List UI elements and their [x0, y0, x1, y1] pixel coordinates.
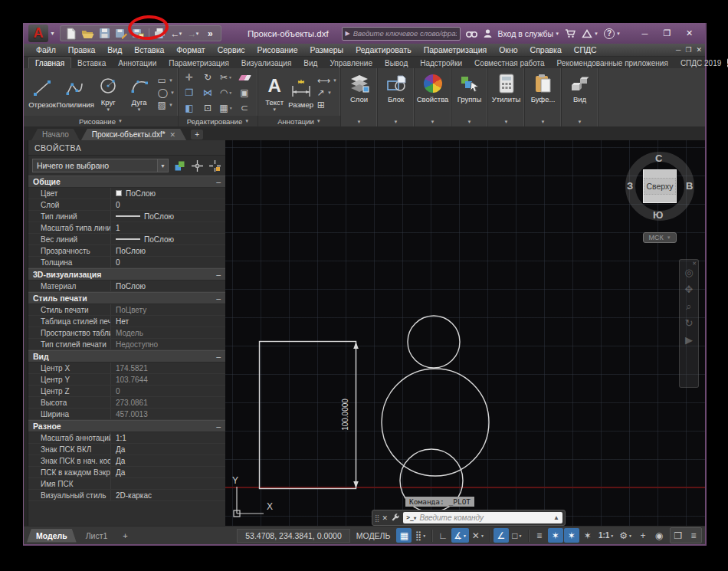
ribbon-tab-2[interactable]: Аннотации	[112, 58, 162, 68]
pickadd-toggle-icon[interactable]	[172, 159, 186, 172]
section-header-4[interactable]: Разное–	[28, 420, 225, 432]
nav-zoom-icon[interactable]: ⌕	[686, 301, 691, 311]
viewcube-east[interactable]: В	[686, 180, 693, 192]
move-icon[interactable]: ✛	[185, 72, 193, 83]
leader-icon[interactable]: ↗▼	[317, 87, 337, 98]
property-value[interactable]: 0	[111, 199, 225, 210]
fillet-icon[interactable]: ◠▼	[220, 87, 232, 98]
property-value[interactable]: ПоСлою	[111, 211, 225, 222]
ribbon-tab-9[interactable]: Совместная работа	[468, 58, 551, 68]
object-properties-panel[interactable]: Свойства ▼	[415, 68, 451, 126]
section-header-1[interactable]: 3D-визуализация–	[28, 268, 225, 281]
ribbon-tab-4[interactable]: Визуализация	[235, 58, 297, 68]
help-button[interactable]: ? ▼	[604, 28, 621, 39]
viewcube-ucs-button[interactable]: МСК ▼	[643, 232, 677, 243]
layers-panel-dropdown-icon[interactable]: ▼	[357, 120, 362, 124]
command-history-icon[interactable]: ▲	[553, 514, 559, 521]
menu-item-11[interactable]: Справка	[524, 45, 568, 54]
command-close-icon[interactable]: ✕	[382, 514, 389, 522]
workspace-gear-icon[interactable]: ⚙▼	[617, 528, 635, 543]
isolate-objects-icon[interactable]: ◉	[651, 528, 667, 543]
polar-tracking-icon[interactable]: ∡▼	[451, 528, 469, 543]
grid-toggle-icon[interactable]: ▦	[396, 528, 412, 543]
explode-icon[interactable]: ▣	[240, 87, 248, 98]
close-button[interactable]: ✕	[678, 26, 700, 41]
ribbon-tab-3[interactable]: Параметризация	[162, 58, 235, 68]
viewcube-south[interactable]: Ю	[653, 209, 663, 221]
layout-tab[interactable]: Лист1	[77, 529, 117, 543]
utilities-panel[interactable]: Утилиты ▼	[488, 68, 525, 126]
snap-toggle-icon[interactable]: ⣿▼	[412, 528, 428, 543]
mdi-button-0[interactable]: ─	[676, 46, 680, 54]
menu-item-6[interactable]: Рисование	[251, 45, 304, 54]
isodraft-icon[interactable]: ✕▼	[470, 528, 487, 543]
erase-icon[interactable]	[240, 75, 250, 80]
collapse-icon[interactable]: –	[216, 177, 221, 186]
file-tab-close-icon[interactable]: ✕	[170, 131, 176, 139]
groups-panel[interactable]: Группы ▼	[451, 68, 488, 126]
undo-icon[interactable]: ←▼	[169, 27, 185, 41]
annotation-autoscale-icon[interactable]: ✶	[564, 528, 579, 543]
selection-combo[interactable]: Ничего не выбрано ▼	[32, 159, 169, 172]
collapse-icon[interactable]: –	[216, 352, 221, 361]
mdi-button-1[interactable]: ❐	[685, 46, 691, 54]
lineweight-icon[interactable]: ≡	[532, 528, 547, 543]
property-value[interactable]: ПоСлою	[111, 245, 225, 256]
menu-item-10[interactable]: Окно	[493, 45, 523, 54]
ribbon-tab-5[interactable]: Вид	[297, 58, 323, 68]
ribbon-tab-7[interactable]: Вывод	[379, 58, 414, 68]
stretch-icon[interactable]: ◧	[185, 103, 193, 113]
property-value[interactable]	[111, 478, 225, 489]
view-panel-dropdown-icon[interactable]: ▼	[578, 120, 582, 124]
linear-dim-icon[interactable]: ⟷▼	[317, 75, 337, 86]
ribbon-tab-11[interactable]: СПДС 2019	[674, 58, 727, 68]
section-header-0[interactable]: Общие–	[28, 176, 225, 188]
groups-panel-dropdown-icon[interactable]: ▼	[467, 120, 472, 124]
save-icon[interactable]	[97, 27, 113, 41]
property-value[interactable]: Да	[111, 467, 225, 477]
arc-tool[interactable]: Дуга▼	[123, 74, 154, 112]
property-value[interactable]: 0	[111, 257, 225, 267]
batch-plot-icon[interactable]	[130, 27, 146, 41]
nav-pan-icon[interactable]: ✥	[685, 284, 694, 294]
print-icon[interactable]	[152, 27, 168, 41]
scale-icon[interactable]: ⊡	[204, 103, 212, 113]
mdi-button-2[interactable]: ✕	[696, 46, 702, 54]
binoculars-search-icon[interactable]	[466, 29, 477, 38]
hatch-tool-icon[interactable]: ▨▼	[158, 100, 175, 110]
menu-item-5[interactable]: Сервис	[212, 45, 251, 54]
line-tool[interactable]: Отрезок	[27, 77, 57, 109]
object-properties-panel-dropdown-icon[interactable]: ▼	[431, 120, 435, 124]
menu-item-7[interactable]: Размеры	[304, 45, 350, 54]
text-tool[interactable]: A Текст▼	[261, 74, 287, 112]
trim-icon[interactable]: ✂▼	[220, 72, 232, 83]
select-objects-icon[interactable]	[190, 159, 204, 172]
osnap-icon[interactable]: □▼	[510, 528, 525, 543]
dimension-tool[interactable]: Размер	[287, 77, 313, 109]
annotation-scale-value[interactable]: 1:1▼	[596, 528, 616, 543]
model-tab[interactable]: Модель	[27, 529, 77, 543]
ellipse-tool-icon[interactable]: ◯▼	[158, 87, 175, 98]
ribbon-tab-10[interactable]: Рекомендованные приложения	[551, 58, 674, 68]
property-value[interactable]: Да	[111, 444, 225, 455]
menu-item-4[interactable]: Формат	[170, 45, 211, 54]
property-value[interactable]: ПоСлою	[111, 188, 225, 199]
command-prompt-icon[interactable]: >_▼	[406, 514, 416, 521]
search-input[interactable]: ▶ Введите ключевое слово/фразу	[342, 27, 461, 41]
file-tab-document[interactable]: Прокси-объекты.dxf* ✕	[81, 129, 186, 140]
menu-item-8[interactable]: Редактировать	[349, 45, 418, 54]
collapse-icon[interactable]: –	[216, 270, 221, 279]
drawing-canvas[interactable]: 100.0000 Y X С В Ю	[225, 140, 705, 526]
command-grip-icon[interactable]: ⣿	[375, 514, 379, 522]
rectangle-tool-icon[interactable]: ▭▼	[158, 75, 175, 86]
new-file-icon[interactable]	[63, 27, 79, 41]
panel-edit-label[interactable]: Редактирование▼	[179, 116, 257, 126]
exchange-apps-icon[interactable]: ▼	[582, 29, 598, 38]
view-panel[interactable]: Вид ▼	[562, 68, 598, 126]
command-input[interactable]: >_▼ Введите команду ▲	[403, 512, 562, 523]
menu-item-0[interactable]: Файл	[30, 45, 62, 54]
menu-item-3[interactable]: Вставка	[128, 45, 170, 54]
minimize-button[interactable]: ─	[634, 26, 656, 41]
clipboard-panel[interactable]: Буфе... ▼	[525, 68, 562, 126]
drawn-circle-middle[interactable]	[382, 369, 489, 476]
